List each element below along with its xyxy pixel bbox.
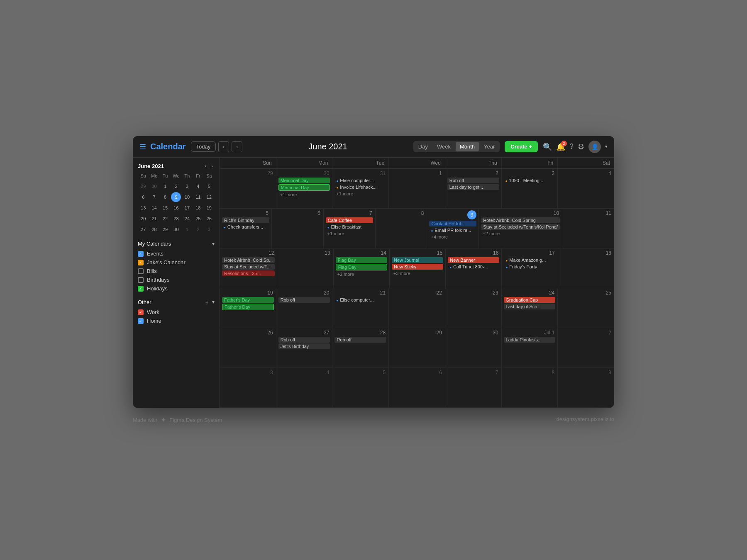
mini-cal-day[interactable]: 20: [138, 214, 148, 224]
cal-cell[interactable]: 24Graduation CapLast day of Sch...: [502, 288, 558, 328]
calendar-event[interactable]: Invoice Lifehack...: [334, 184, 386, 190]
hamburger-icon[interactable]: ☰: [139, 142, 146, 151]
cal-cell[interactable]: 14Flag DayFlag Day+2 more: [334, 248, 390, 288]
calendar-event[interactable]: Elise Breakfast: [326, 224, 373, 230]
settings-icon[interactable]: ⚙: [578, 142, 584, 151]
tab-day[interactable]: Day: [414, 142, 432, 151]
mini-cal-day[interactable]: 11: [193, 192, 203, 202]
mini-cal-day[interactable]: 26: [204, 214, 214, 224]
mini-cal-day[interactable]: 10: [182, 192, 192, 202]
mini-cal-day[interactable]: 7: [149, 192, 159, 202]
calendar-event[interactable]: Rob off: [278, 297, 330, 303]
calendar-event[interactable]: Stay at Secluded w/Tennis/Koi Pond/: [481, 224, 560, 230]
calendar-event[interactable]: Friday's Party: [504, 264, 555, 270]
calendar-event[interactable]: Elise computer...: [334, 178, 386, 183]
mini-cal-day[interactable]: 29: [160, 224, 170, 234]
notification-icon[interactable]: 🔔 2: [556, 142, 565, 151]
calendar-event[interactable]: 1090 - Meeting...: [504, 178, 556, 183]
calendar-event[interactable]: Rob off: [278, 337, 330, 343]
mini-cal-day[interactable]: 27: [138, 224, 148, 234]
sidebar-cal-item[interactable]: Bills: [138, 267, 215, 275]
cal-cell[interactable]: 7Cafe CoffeeElise Breakfast+1 more: [324, 209, 376, 248]
calendar-event[interactable]: Hotel: Airbnb, Cold Sp...: [222, 257, 275, 263]
calendar-event[interactable]: Rob off: [334, 337, 386, 343]
sidebar-cal-item[interactable]: ✓Holidays: [138, 284, 215, 293]
mini-cal-day[interactable]: 17: [182, 203, 192, 213]
avatar-dropdown-icon[interactable]: ▾: [605, 144, 608, 149]
mini-cal-day[interactable]: 1: [182, 224, 192, 234]
cal-cell[interactable]: 29: [389, 328, 445, 368]
mini-cal-day[interactable]: 9: [171, 192, 181, 202]
calendar-event[interactable]: New Sticky: [392, 264, 443, 270]
sidebar-cal-item[interactable]: ✓Jake's Calendar: [138, 258, 215, 267]
mini-cal-day[interactable]: 12: [204, 192, 214, 202]
cal-cell[interactable]: 17Make Amazon g...Friday's Party: [502, 248, 558, 288]
calendar-event[interactable]: Rob off: [447, 178, 499, 183]
calendar-event[interactable]: Flag Day: [336, 257, 387, 263]
cal-cell[interactable]: 12Hotel: Airbnb, Cold Sp...Stay at Seclu…: [220, 248, 277, 288]
cal-cell[interactable]: 2Rob offLast day to get...: [445, 169, 502, 208]
tab-year[interactable]: Year: [480, 142, 499, 151]
sidebar-cal-item[interactable]: ✓Events: [138, 249, 215, 258]
mini-cal-day[interactable]: 3: [182, 181, 192, 191]
cal-cell[interactable]: 23: [445, 288, 502, 328]
mini-cal-day[interactable]: 19: [204, 203, 214, 213]
mini-cal-day[interactable]: 3: [204, 224, 214, 234]
calendar-event[interactable]: Email PR folk re...: [429, 227, 476, 233]
cal-cell[interactable]: 8: [502, 368, 558, 407]
mini-cal-day[interactable]: 18: [193, 203, 203, 213]
mini-cal-day[interactable]: 25: [193, 214, 203, 224]
mini-cal-day[interactable]: 30: [171, 224, 181, 234]
cal-cell[interactable]: 20Rob off: [276, 288, 333, 328]
calendar-event[interactable]: Last day to get...: [447, 184, 499, 190]
calendar-event[interactable]: +4 more: [429, 234, 476, 240]
add-calendar-icon[interactable]: +: [205, 299, 209, 305]
cal-cell[interactable]: 8: [376, 209, 427, 248]
mini-cal-day[interactable]: 28: [149, 224, 159, 234]
cal-cell[interactable]: 5: [332, 368, 389, 407]
other-calendar-checkbox[interactable]: ✓: [138, 309, 144, 315]
cal-cell[interactable]: 22: [389, 288, 445, 328]
cal-cell[interactable]: 4: [276, 368, 333, 407]
sidebar-cal-item[interactable]: Birthdays: [138, 275, 215, 284]
cal-cell[interactable]: 15New JournalNew Sticky+3 more: [390, 248, 446, 288]
calendar-event[interactable]: +2 more: [481, 231, 560, 236]
cal-cell[interactable]: 31090 - Meeting...: [502, 169, 558, 208]
cal-cell[interactable]: 25: [558, 288, 614, 328]
mini-cal-day[interactable]: 22: [160, 214, 170, 224]
calendar-event[interactable]: New Banner: [448, 257, 499, 263]
mini-cal-day[interactable]: 29: [138, 181, 148, 191]
mini-cal-day[interactable]: 8: [160, 192, 170, 202]
calendar-checkbox[interactable]: [138, 277, 144, 283]
cal-cell[interactable]: 7: [445, 368, 502, 407]
cal-cell[interactable]: 5Rich's BirthdayCheck transfers...: [220, 209, 272, 248]
calendar-event[interactable]: Father's Day: [222, 304, 274, 310]
calendar-event[interactable]: Hotel: Airbnb, Cold Spring: [481, 217, 560, 223]
calendar-event[interactable]: Resolutions - 25...: [222, 270, 275, 276]
help-icon[interactable]: ?: [569, 142, 574, 151]
prev-month-button[interactable]: ‹: [218, 141, 229, 152]
next-month-button[interactable]: ›: [232, 141, 242, 152]
calendar-event[interactable]: Flag Day: [336, 264, 387, 270]
other-calendar-checkbox[interactable]: ✓: [138, 318, 144, 324]
calendar-event[interactable]: +2 more: [336, 271, 387, 277]
tab-week[interactable]: Week: [433, 142, 455, 151]
cal-cell[interactable]: 18: [558, 248, 614, 288]
calendar-event[interactable]: +3 more: [392, 270, 443, 276]
calendar-event[interactable]: Elise computer...: [334, 297, 386, 303]
calendar-event[interactable]: New Journal: [392, 257, 443, 263]
cal-cell[interactable]: 6: [272, 209, 324, 248]
mini-cal-day[interactable]: 1: [160, 181, 170, 191]
calendar-event[interactable]: Rich's Birthday: [222, 217, 269, 223]
calendar-event[interactable]: Call Trinet 800-...: [448, 264, 499, 270]
cal-cell[interactable]: 10Hotel: Airbnb, Cold SpringStay at Secl…: [479, 209, 562, 248]
cal-cell[interactable]: 21Elise computer...: [332, 288, 389, 328]
calendar-event[interactable]: Make Amazon g...: [504, 257, 555, 263]
cal-cell[interactable]: 11: [562, 209, 614, 248]
mini-cal-day[interactable]: 13: [138, 203, 148, 213]
tab-month[interactable]: Month: [456, 142, 479, 151]
mini-cal-day[interactable]: 30: [149, 181, 159, 191]
cal-cell[interactable]: 26: [220, 328, 276, 368]
calendar-event[interactable]: Memorial Day: [278, 178, 330, 183]
calendar-event[interactable]: Contact PR fol...: [429, 221, 476, 226]
